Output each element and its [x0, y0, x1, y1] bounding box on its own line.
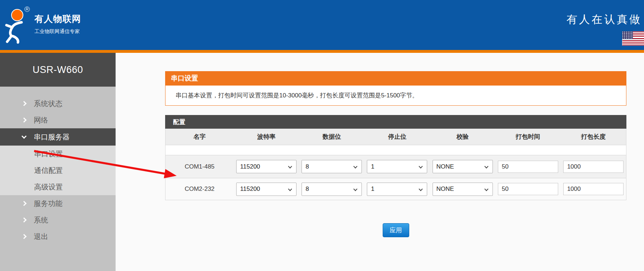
device-title: USR-W660	[0, 53, 116, 87]
header-slogan: 有人在认真做	[566, 12, 642, 27]
sidebar-item-system[interactable]: 系统	[0, 212, 116, 228]
data-bits-select[interactable]: 8	[302, 183, 362, 196]
sidebar-subitem-label: 串口设置	[34, 149, 63, 159]
top-header: R 有人物联网 工业物联网通信专家 有人在认真做	[0, 0, 644, 50]
chevron-down-icon	[484, 187, 488, 191]
stop-bits-select[interactable]: 1	[367, 183, 427, 196]
sidebar-item-system-status[interactable]: 系统状态	[0, 95, 116, 112]
parity-select[interactable]: NONE	[433, 183, 493, 196]
sidebar-item-comm-config[interactable]: 通信配置	[0, 162, 116, 179]
select-value: 115200	[240, 163, 260, 170]
chevron-down-icon	[419, 164, 423, 168]
brand-name: 有人物联网	[34, 13, 81, 25]
chevron-right-icon	[22, 101, 27, 106]
flag-canton	[622, 31, 633, 39]
accent-stripe	[0, 50, 644, 53]
select-value: 8	[305, 185, 309, 193]
chevron-right-icon	[22, 234, 27, 239]
page-description: 串口基本设置，打包时间可设置范围是10-3000毫秒，打包长度可设置范围是5-1…	[165, 86, 626, 106]
select-value: 115200	[240, 185, 260, 193]
sidebar-item-network[interactable]: 网络	[0, 112, 116, 128]
config-section-title: 配置	[165, 115, 626, 129]
chevron-down-icon	[354, 164, 358, 168]
config-table: 名字 波特率 数据位 停止位 校验 打包时间 打包长度 COM1-485 115…	[165, 129, 626, 200]
brand-tagline: 工业物联网通信专家	[34, 28, 81, 35]
pack-time-input[interactable]	[498, 161, 558, 173]
select-value: NONE	[437, 163, 454, 170]
baud-select[interactable]: 115200	[236, 183, 297, 196]
chevron-down-icon	[419, 187, 423, 191]
select-value: 1	[371, 163, 374, 170]
select-value: 8	[305, 163, 309, 170]
chevron-down-icon	[354, 187, 358, 191]
pack-length-input[interactable]	[563, 183, 624, 195]
main-content: 串口设置 串口基本设置，打包时间可设置范围是10-3000毫秒，打包长度可设置范…	[116, 53, 644, 271]
table-header-row: 名字 波特率 数据位 停止位 校验 打包时间 打包长度	[165, 129, 626, 145]
sidebar-item-label: 退出	[34, 232, 48, 242]
chevron-down-icon	[22, 134, 27, 139]
sidebar-item-service-functions[interactable]: 服务功能	[0, 195, 116, 212]
sidebar-item-label: 系统	[34, 215, 48, 225]
table-row-com2: COM2-232 115200 8 1 NONE	[165, 178, 626, 200]
chevron-right-icon	[22, 118, 27, 123]
parity-select[interactable]: NONE	[433, 160, 493, 173]
col-header-packtime: 打包时间	[495, 133, 561, 141]
pack-time-input[interactable]	[498, 183, 558, 195]
apply-button[interactable]: 应用	[383, 223, 409, 237]
sidebar-item-label: 服务功能	[34, 199, 62, 208]
chevron-right-icon	[22, 201, 27, 206]
col-header-packlen: 打包长度	[561, 133, 626, 141]
chevron-down-icon	[288, 187, 292, 191]
sidebar-item-advanced-settings[interactable]: 高级设置	[0, 179, 116, 195]
col-header-databits: 数据位	[299, 133, 364, 141]
sidebar-item-serial-server[interactable]: 串口服务器	[0, 128, 116, 146]
sidebar-subitem-label: 高级设置	[34, 182, 63, 192]
baud-select[interactable]: 115200	[236, 160, 297, 173]
brand-block: 有人物联网 工业物联网通信专家	[34, 13, 81, 35]
sidebar-menu: 系统状态 网络 串口服务器 串口设置 通信配置 高级设置 服务功能	[0, 87, 116, 245]
usr-logo-icon	[3, 7, 33, 44]
page-title: 串口设置	[165, 71, 626, 86]
data-bits-select[interactable]: 8	[302, 160, 362, 173]
chevron-down-icon	[484, 164, 488, 168]
sidebar-subitem-label: 通信配置	[34, 166, 63, 175]
sidebar-item-label: 系统状态	[34, 99, 62, 109]
select-value: 1	[371, 185, 374, 193]
col-header-parity: 校验	[430, 133, 495, 141]
stop-bits-select[interactable]: 1	[367, 160, 427, 173]
sidebar-item-serial-settings[interactable]: 串口设置	[0, 146, 116, 162]
sidebar-item-logout[interactable]: 退出	[0, 228, 116, 245]
sidebar-item-label: 串口服务器	[34, 132, 70, 142]
table-row-com1: COM1-485 115200 8 1 NONE	[165, 155, 626, 178]
table-spacer-row	[165, 145, 626, 155]
sidebar-item-label: 网络	[34, 115, 48, 125]
chevron-right-icon	[22, 217, 27, 222]
registered-trademark: R	[24, 6, 30, 12]
sidebar: USR-W660 系统状态 网络 串口服务器 串口设置 通信配置 高级设置	[0, 53, 116, 271]
pack-length-input[interactable]	[563, 161, 624, 173]
col-header-name: 名字	[165, 133, 234, 141]
col-header-baud: 波特率	[234, 133, 299, 141]
row-name: COM2-232	[165, 185, 234, 193]
row-name: COM1-485	[165, 163, 234, 170]
select-value: NONE	[437, 185, 454, 193]
chevron-down-icon	[288, 164, 292, 168]
col-header-stopbits: 停止位	[364, 133, 430, 141]
us-flag-icon[interactable]	[622, 31, 644, 46]
